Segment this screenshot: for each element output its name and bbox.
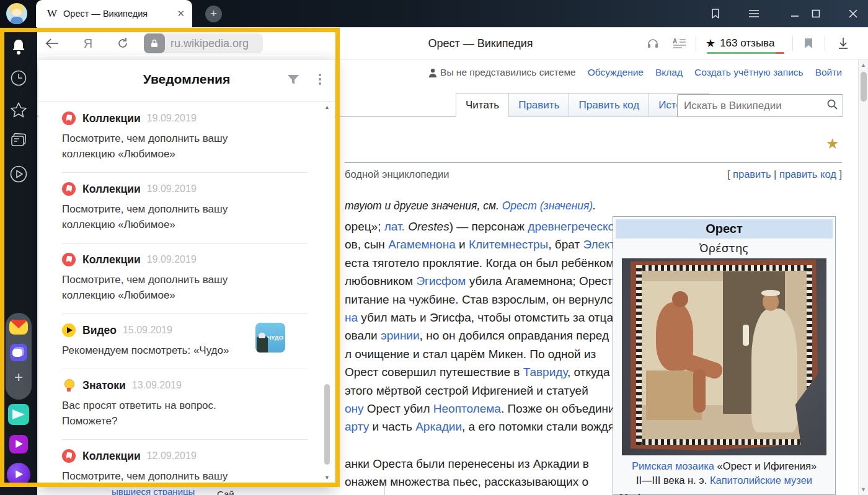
menu-icon[interactable] xyxy=(743,0,765,27)
notifications-bell-icon[interactable] xyxy=(0,38,37,56)
wiki-link[interactable]: Тавриду xyxy=(523,366,567,379)
wiki-tab-править-код[interactable]: Править код xyxy=(569,93,649,117)
text-fragment: еста тяготело проклятие. Когда он был ре… xyxy=(345,256,618,269)
notification-date: 19.09.2019 xyxy=(147,183,197,195)
user-link[interactable]: Войти xyxy=(815,67,842,78)
filter-icon[interactable] xyxy=(286,73,300,89)
text-fragment: II—III века н. э. xyxy=(636,475,710,486)
collections-icon xyxy=(62,182,76,196)
article-line: овали эринии, но он добился оправдания п… xyxy=(345,326,631,344)
messenger-app-icon[interactable] xyxy=(10,344,27,361)
text-fragment: Орест убил xyxy=(364,402,433,415)
browser-toolbar: Я ru.wikipedia.org Орест — Википедия A ★… xyxy=(0,27,868,59)
wiki-link[interactable]: Аркадии xyxy=(415,420,462,433)
wiki-search-input[interactable] xyxy=(678,100,827,112)
lock-icon[interactable] xyxy=(144,33,165,53)
video-thumbnail[interactable]: ЧУДО xyxy=(255,323,285,353)
refresh-icon[interactable] xyxy=(110,27,135,59)
notifications-list: Коллекции19.09.2019Посмотрите, чем допол… xyxy=(38,102,320,483)
infobox-greek-name: Ὀρέστης xyxy=(616,239,833,258)
site-reviews-button[interactable]: ★ 163 отзыва xyxy=(706,27,774,59)
notification-item[interactable]: Коллекции19.09.2019Посмотрите, чем допол… xyxy=(62,243,308,314)
wiki-link[interactable]: Капитолийские музеи xyxy=(710,475,812,486)
wiki-link[interactable]: эринии xyxy=(381,329,420,342)
maximize-button[interactable] xyxy=(804,0,828,27)
text-fragment: и xyxy=(456,238,469,251)
panel-scroll-up-icon[interactable]: ▲ xyxy=(323,104,331,110)
user-link[interactable]: Вклад xyxy=(655,67,683,78)
notification-source: Коллекции xyxy=(82,253,141,266)
notification-item[interactable]: Видео15.09.2019Рекомендуем посмотреть: «… xyxy=(62,314,308,369)
wiki-link[interactable]: Эгисфом xyxy=(416,274,466,287)
alice-app-icon[interactable] xyxy=(7,463,30,486)
text-fragment: «Орест и Ифигения» xyxy=(714,460,817,471)
scroll-down-icon[interactable]: ▼ xyxy=(859,486,868,493)
page-scrollbar-thumb[interactable] xyxy=(861,72,867,102)
address-bar[interactable]: ru.wikipedia.org xyxy=(144,33,263,53)
telegram-app-icon[interactable] xyxy=(8,404,29,425)
collections-cards-icon[interactable] xyxy=(0,133,37,149)
wiki-link[interactable]: на xyxy=(345,311,358,324)
profile-avatar[interactable] xyxy=(6,3,27,24)
wiki-link[interactable]: ону xyxy=(345,402,364,415)
wiki-link[interactable]: Клитемнестры xyxy=(469,238,548,251)
active-tab[interactable]: W Орест — Википедия ✕ xyxy=(36,0,192,27)
scroll-up-icon[interactable]: ▲ xyxy=(859,62,868,68)
notification-item[interactable]: Коллекции19.09.2019Посмотрите, чем допол… xyxy=(62,102,308,173)
close-button[interactable] xyxy=(841,0,866,27)
user-link[interactable]: Создать учётную запись xyxy=(694,67,804,78)
yandex-mail-icon[interactable] xyxy=(9,320,28,335)
audio-icon[interactable] xyxy=(642,27,664,59)
article-line: л очищение и стал царём Микен. По одной … xyxy=(345,345,631,363)
wiki-link[interactable]: лат. xyxy=(384,220,405,233)
wiki-link[interactable]: Агамемнона xyxy=(388,238,456,251)
favorites-star-icon[interactable] xyxy=(0,102,37,119)
wiki-link[interactable]: Римская мозаика xyxy=(632,460,714,471)
notification-source: Коллекции xyxy=(82,183,141,196)
page-scrollbar[interactable]: ▲ ▼ xyxy=(858,59,868,495)
tab-panel-icon[interactable] xyxy=(704,0,727,27)
search-icon[interactable] xyxy=(827,99,838,112)
featured-article-star-icon[interactable]: ★ xyxy=(826,135,839,152)
user-link[interactable]: Обсуждение xyxy=(588,67,644,78)
text-fragment: и часть xyxy=(369,420,415,433)
panel-scroll-down-icon[interactable]: ▼ xyxy=(323,475,331,481)
notification-item[interactable]: Знатоки13.09.2019Вас просят ответить на … xyxy=(62,369,308,440)
text-fragment: Orestes xyxy=(408,220,450,233)
history-clock-icon[interactable] xyxy=(0,69,37,87)
wiki-tab-читать[interactable]: Читать xyxy=(456,93,508,117)
image-caption-line2: II—III века н. э. Капитолийские музеи xyxy=(616,473,833,488)
infobox-row-value-link[interactable]: древнегреческая xyxy=(719,493,802,495)
video-play-icon[interactable] xyxy=(0,165,37,183)
add-app-icon[interactable]: + xyxy=(11,370,26,385)
efir-app-icon[interactable] xyxy=(9,431,28,453)
wikipedia-favicon: W xyxy=(47,7,57,20)
tab-close-icon[interactable]: ✕ xyxy=(177,8,185,19)
notifications-panel: Уведомления Коллекции19.09.2019Посмотрит… xyxy=(38,59,335,486)
reader-mode-icon[interactable]: A xyxy=(668,27,691,59)
wiki-link[interactable]: править xyxy=(733,169,771,180)
text-fragment: , откуда xyxy=(567,366,609,379)
wiki-search-box[interactable] xyxy=(677,94,843,117)
panel-scrollbar[interactable]: ▲ ▼ xyxy=(323,104,331,481)
bookmark-flag-icon[interactable] xyxy=(797,27,820,59)
wiki-link[interactable]: править код xyxy=(779,169,836,180)
panel-scrollbar-thumb[interactable] xyxy=(324,384,330,465)
text-fragment: убил мать и Эгисфа, чтобы отомстить за о… xyxy=(358,311,616,324)
back-icon[interactable] xyxy=(38,27,66,59)
wiki-tab-править[interactable]: Править xyxy=(508,93,569,117)
wiki-link[interactable]: Неоптолема xyxy=(433,402,501,415)
new-tab-button[interactable]: + xyxy=(205,6,222,22)
notification-date: 19.09.2019 xyxy=(147,254,197,265)
collections-icon xyxy=(62,253,76,266)
wiki-link[interactable]: арту xyxy=(345,420,369,433)
wiki-link[interactable]: древнегреческой xyxy=(528,220,621,233)
wiki-link[interactable]: Орест (значения) xyxy=(502,199,593,212)
mosaic-image[interactable] xyxy=(622,258,826,455)
user-links: Вы не представились системеОбсуждениеВкл… xyxy=(428,67,842,78)
more-options-icon[interactable] xyxy=(319,72,321,87)
download-icon[interactable] xyxy=(831,27,856,59)
notification-item[interactable]: Коллекции19.09.2019Посмотрите, чем допол… xyxy=(62,173,308,243)
yandex-icon[interactable]: Я xyxy=(76,27,100,59)
notification-item[interactable]: Коллекции12.09.2019Посмотрите, чем допол… xyxy=(62,440,308,483)
